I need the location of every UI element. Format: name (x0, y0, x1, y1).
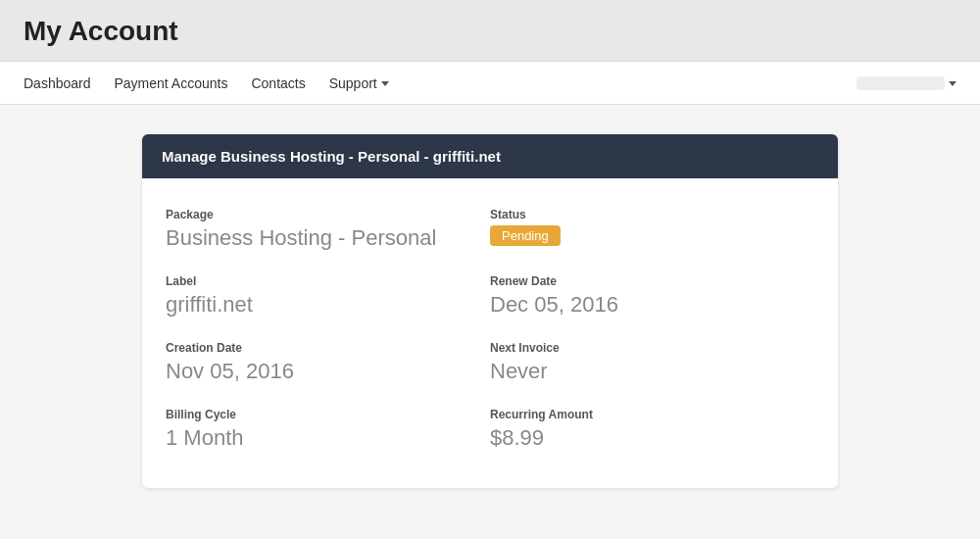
creation-date-label: Creation Date (166, 341, 490, 355)
nav-item-support[interactable]: Support (329, 64, 389, 103)
renew-date-value: Dec 05, 2016 (490, 292, 814, 318)
manage-card: Manage Business Hosting - Personal - gri… (142, 134, 838, 488)
support-dropdown-icon (381, 81, 389, 86)
label-value: griffiti.net (166, 292, 490, 318)
nav-item-payment-accounts[interactable]: Payment Accounts (115, 64, 228, 103)
package-value: Business Hosting - Personal (166, 225, 490, 251)
renew-date-item: Renew Date Dec 05, 2016 (490, 265, 814, 331)
recurring-amount-label: Recurring Amount (490, 408, 814, 421)
next-invoice-label: Next Invoice (490, 341, 814, 355)
package-label: Package (166, 208, 490, 221)
nav-user-area[interactable] (857, 76, 956, 90)
info-grid: Package Business Hosting - Personal Stat… (166, 198, 814, 465)
recurring-amount-item: Recurring Amount $8.99 (490, 398, 814, 465)
package-item: Package Business Hosting - Personal (166, 198, 490, 265)
status-item: Status Pending (490, 198, 814, 265)
main-nav: Dashboard Payment Accounts Contacts Supp… (0, 62, 980, 105)
nav-item-contacts[interactable]: Contacts (251, 64, 305, 103)
nav-item-dashboard[interactable]: Dashboard (24, 64, 91, 103)
next-invoice-value: Never (490, 359, 814, 384)
card-header: Manage Business Hosting - Personal - gri… (142, 134, 838, 178)
nav-items: Dashboard Payment Accounts Contacts Supp… (24, 64, 857, 103)
user-email-label (857, 76, 945, 90)
renew-date-label: Renew Date (490, 274, 814, 288)
page-header: My Account (0, 0, 980, 62)
creation-date-item: Creation Date Nov 05, 2016 (166, 331, 490, 398)
status-value: Pending (490, 225, 561, 246)
main-content: Manage Business Hosting - Personal - gri… (0, 105, 980, 517)
label-label: Label (166, 274, 490, 288)
status-label: Status (490, 208, 814, 221)
card-header-title: Manage Business Hosting - Personal - gri… (162, 148, 501, 165)
recurring-amount-value: $8.99 (490, 425, 814, 451)
card-body: Package Business Hosting - Personal Stat… (142, 178, 838, 488)
creation-date-value: Nov 05, 2016 (166, 359, 490, 384)
billing-cycle-value: 1 Month (166, 425, 490, 451)
status-badge: Pending (490, 225, 814, 246)
billing-cycle-item: Billing Cycle 1 Month (166, 398, 490, 465)
user-dropdown-icon (949, 81, 956, 86)
label-item: Label griffiti.net (166, 265, 490, 331)
next-invoice-item: Next Invoice Never (490, 331, 814, 398)
billing-cycle-label: Billing Cycle (166, 408, 490, 421)
page-title: My Account (24, 16, 956, 47)
